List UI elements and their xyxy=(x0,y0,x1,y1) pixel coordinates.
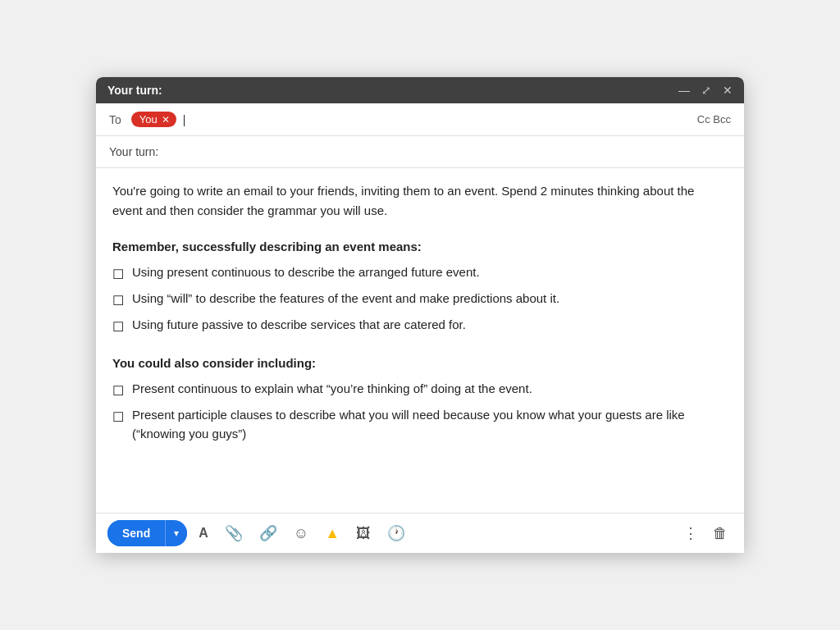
recipient-name: You xyxy=(139,113,158,126)
list-item: ☐ Using present continuous to describe t… xyxy=(112,263,728,285)
close-button[interactable]: ✕ xyxy=(723,84,733,97)
toolbar: Send ▾ A 📎 🔗 ☺ ▲ 🖼 🕐 ⋮ 🗑 xyxy=(96,513,744,553)
window-title: Your turn: xyxy=(107,84,162,97)
cc-bcc-button[interactable]: Cc Bcc xyxy=(697,113,731,126)
checkbox-icon: ☐ xyxy=(112,291,124,311)
to-input-cursor[interactable]: | xyxy=(183,113,186,126)
checkbox-icon: ☐ xyxy=(112,317,124,337)
checkbox-icon: ☐ xyxy=(112,381,124,401)
link-icon[interactable]: 🔗 xyxy=(254,521,282,546)
subject-text: Your turn: xyxy=(109,145,158,158)
attach-icon[interactable]: 📎 xyxy=(220,521,248,546)
checkbox-icon: ☐ xyxy=(112,408,124,427)
list-item: ☐ Using “will” to describe the features … xyxy=(112,290,728,311)
list-item-text: Present continuous to explain what “you’… xyxy=(132,380,532,399)
list-item-text: Using future passive to describe service… xyxy=(132,316,466,335)
section2-checklist: ☐ Present continuous to explain what “yo… xyxy=(112,380,728,443)
checkbox-icon: ☐ xyxy=(112,265,124,285)
title-bar-controls: — ⤢ ✕ xyxy=(678,84,733,97)
delete-icon[interactable]: 🗑 xyxy=(708,522,733,546)
send-button-group: Send ▾ xyxy=(107,520,187,546)
emoji-icon[interactable]: ☺ xyxy=(289,522,313,546)
section1-checklist: ☐ Using present continuous to describe t… xyxy=(112,263,728,337)
section2-heading: You could also consider including: xyxy=(112,354,728,373)
list-item-text: Using present continuous to describe the… xyxy=(132,263,480,282)
send-button[interactable]: Send xyxy=(107,520,166,546)
to-row: To You ✕ | Cc Bcc xyxy=(96,103,744,136)
expand-button[interactable]: ⤢ xyxy=(701,84,711,97)
minimize-button[interactable]: — xyxy=(678,84,690,97)
list-item: ☐ Present continuous to explain what “yo… xyxy=(112,380,728,401)
send-dropdown-button[interactable]: ▾ xyxy=(166,521,187,546)
list-item-text: Present participle clauses to describe w… xyxy=(132,406,728,443)
photo-icon[interactable]: 🖼 xyxy=(351,522,376,546)
remove-recipient-button[interactable]: ✕ xyxy=(162,114,170,126)
body-area[interactable]: You're going to write an email to your f… xyxy=(96,168,744,513)
recipient-chip[interactable]: You ✕ xyxy=(131,112,176,127)
toolbar-right: ⋮ 🗑 xyxy=(678,521,733,546)
title-bar: Your turn: — ⤢ ✕ xyxy=(96,77,744,103)
subject-row: Your turn: xyxy=(96,136,744,168)
schedule-icon[interactable]: 🕐 xyxy=(382,521,410,546)
list-item: ☐ Present participle clauses to describe… xyxy=(112,406,728,443)
drive-icon[interactable]: ▲ xyxy=(320,522,345,546)
more-options-icon[interactable]: ⋮ xyxy=(678,521,703,546)
list-item-text: Using “will” to describe the features of… xyxy=(132,290,559,308)
list-item: ☐ Using future passive to describe servi… xyxy=(112,316,728,337)
format-text-icon[interactable]: A xyxy=(194,523,213,544)
to-label: To xyxy=(109,113,121,126)
intro-paragraph: You're going to write an email to your f… xyxy=(112,181,728,221)
section1-heading: Remember, successfully describing an eve… xyxy=(112,237,728,257)
compose-window: Your turn: — ⤢ ✕ To You ✕ | Cc Bcc Your … xyxy=(96,77,744,553)
